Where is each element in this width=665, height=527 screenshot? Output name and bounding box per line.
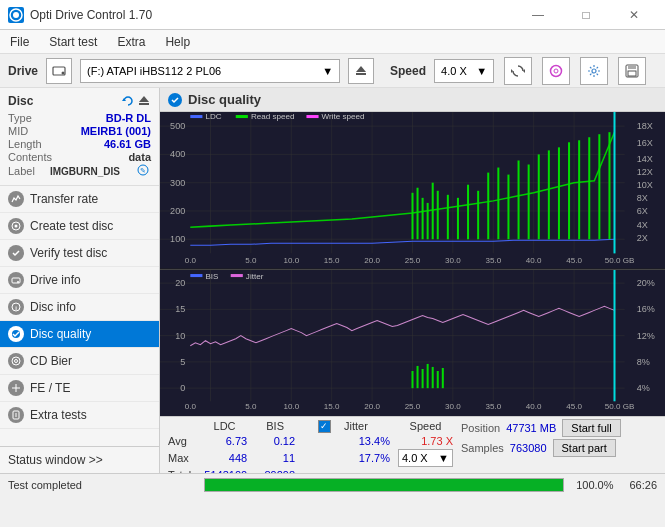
svg-text:40.0: 40.0 — [526, 256, 542, 265]
svg-point-3 — [62, 71, 65, 74]
svg-text:15.0: 15.0 — [324, 256, 340, 265]
nav-drive-info[interactable]: Drive info — [0, 267, 159, 294]
svg-text:400: 400 — [170, 149, 185, 159]
settings-button[interactable] — [580, 57, 608, 85]
avg-ldc: 6.73 — [198, 434, 251, 448]
disc-header-label: Disc — [8, 94, 33, 108]
nav-cd-bier[interactable]: CD Bier — [0, 348, 159, 375]
svg-text:0: 0 — [180, 383, 185, 393]
eject-button[interactable] — [348, 58, 374, 84]
position-row: Position 47731 MB Start full — [461, 419, 661, 437]
disc-button[interactable] — [542, 57, 570, 85]
start-part-button[interactable]: Start part — [553, 439, 616, 457]
nav-create-test-disc[interactable]: Create test disc — [0, 213, 159, 240]
svg-text:25.0: 25.0 — [405, 256, 421, 265]
svg-text:Read speed: Read speed — [251, 112, 294, 121]
total-row: Total 5143100 89298 — [164, 468, 457, 473]
status-text: Test completed — [0, 479, 200, 491]
svg-text:6X: 6X — [637, 206, 648, 216]
svg-text:30.0: 30.0 — [445, 402, 461, 411]
content-header-icon — [168, 93, 182, 107]
nav-disc-info-icon: i — [8, 299, 24, 315]
disc-eject-icon[interactable] — [137, 94, 151, 108]
speed-dropdown[interactable]: 4.0 X ▼ — [434, 59, 494, 83]
start-full-button[interactable]: Start full — [562, 419, 620, 437]
stats-speed-arrow: ▼ — [438, 452, 449, 464]
svg-text:i: i — [15, 305, 17, 311]
nav-transfer-rate[interactable]: Transfer rate — [0, 186, 159, 213]
nav-cd-bier-label: CD Bier — [30, 354, 72, 368]
drive-label: Drive — [8, 64, 38, 78]
svg-text:35.0: 35.0 — [485, 402, 501, 411]
svg-rect-76 — [236, 115, 248, 118]
svg-text:25.0: 25.0 — [405, 402, 421, 411]
nav-drive-info-icon — [8, 272, 24, 288]
svg-marker-4 — [356, 66, 366, 72]
nav-extra-tests[interactable]: Extra tests — [0, 402, 159, 429]
svg-text:500: 500 — [170, 121, 185, 131]
svg-text:5.0: 5.0 — [245, 256, 257, 265]
refresh-button[interactable] — [504, 57, 532, 85]
svg-marker-15 — [139, 96, 149, 102]
label-edit-icon[interactable]: ✎ — [137, 164, 151, 178]
max-jitter: 17.7% — [340, 448, 394, 468]
disc-mid-row: MID MEIRB1 (001) — [8, 125, 151, 137]
jitter-checkbox[interactable]: ✓ — [318, 420, 331, 433]
svg-rect-78 — [306, 115, 318, 118]
svg-text:50.0 GB: 50.0 GB — [605, 402, 635, 411]
nav-fe-te-label: FE / TE — [30, 381, 70, 395]
nav-verify-test-disc-icon — [8, 245, 24, 261]
jitter-checkbox-container: ✓ — [318, 420, 336, 433]
svg-rect-74 — [190, 115, 202, 118]
menu-start-test[interactable]: Start test — [39, 30, 107, 54]
svg-rect-28 — [13, 411, 19, 419]
drive-icon-btn[interactable] — [46, 58, 72, 84]
status-window-button[interactable]: Status window >> — [0, 446, 159, 473]
disc-label-label: Label — [8, 165, 35, 177]
disc-contents-label: Contents — [8, 151, 52, 163]
bottom-bar: Test completed 100.0% 66:26 — [0, 473, 665, 495]
titlebar-controls: — □ ✕ — [515, 0, 657, 30]
svg-text:Jitter: Jitter — [246, 272, 264, 281]
drive-dropdown[interactable]: (F:) ATAPI iHBS112 2 PL06 ▼ — [80, 59, 340, 83]
sidebar-spacer — [0, 429, 159, 446]
right-stats: Position 47731 MB Start full Samples 763… — [461, 419, 661, 457]
svg-text:20%: 20% — [637, 278, 655, 288]
disc-type-row: Type BD-R DL — [8, 112, 151, 124]
max-label: Max — [164, 448, 198, 468]
svg-text:12%: 12% — [637, 330, 655, 340]
disc-type-value: BD-R DL — [106, 112, 151, 124]
menu-file[interactable]: File — [0, 30, 39, 54]
minimize-button[interactable]: — — [515, 0, 561, 30]
samples-value: 763080 — [510, 442, 547, 454]
charts-area: 500 400 300 200 100 18X 16X 14X 12X 10X … — [160, 112, 665, 416]
close-button[interactable]: ✕ — [611, 0, 657, 30]
disc-refresh-icon[interactable] — [121, 94, 135, 108]
nav-fe-te[interactable]: FE / TE — [0, 375, 159, 402]
disc-label-row: Label IMGBURN_DIS ✎ — [8, 164, 151, 178]
menu-extra[interactable]: Extra — [107, 30, 155, 54]
stats-table: LDC BIS ✓ Jitter Speed — [164, 419, 457, 473]
menu-help[interactable]: Help — [155, 30, 200, 54]
svg-text:45.0: 45.0 — [566, 402, 582, 411]
svg-text:2X: 2X — [637, 233, 648, 243]
nav-disc-quality-label: Disc quality — [30, 327, 91, 341]
svg-text:4X: 4X — [637, 220, 648, 230]
svg-text:10: 10 — [175, 330, 185, 340]
save-button[interactable] — [618, 57, 646, 85]
drive-dropdown-arrow: ▼ — [322, 65, 333, 77]
nav-disc-info[interactable]: i Disc info — [0, 294, 159, 321]
svg-text:4%: 4% — [637, 383, 650, 393]
menubar: File Start test Extra Help — [0, 30, 665, 54]
drivebar: Drive (F:) ATAPI iHBS112 2 PL06 ▼ Speed … — [0, 54, 665, 88]
svg-text:Write speed: Write speed — [322, 112, 365, 121]
maximize-button[interactable]: □ — [563, 0, 609, 30]
avg-jitter: 13.4% — [340, 434, 394, 448]
stats-speed-dropdown[interactable]: 4.0 X ▼ — [398, 449, 453, 467]
nav-transfer-rate-icon — [8, 191, 24, 207]
disc-mid-label: MID — [8, 125, 28, 137]
nav-disc-quality[interactable]: Disc quality — [0, 321, 159, 348]
svg-point-26 — [12, 357, 20, 365]
nav-verify-test-disc[interactable]: Verify test disc — [0, 240, 159, 267]
svg-point-27 — [15, 360, 18, 363]
